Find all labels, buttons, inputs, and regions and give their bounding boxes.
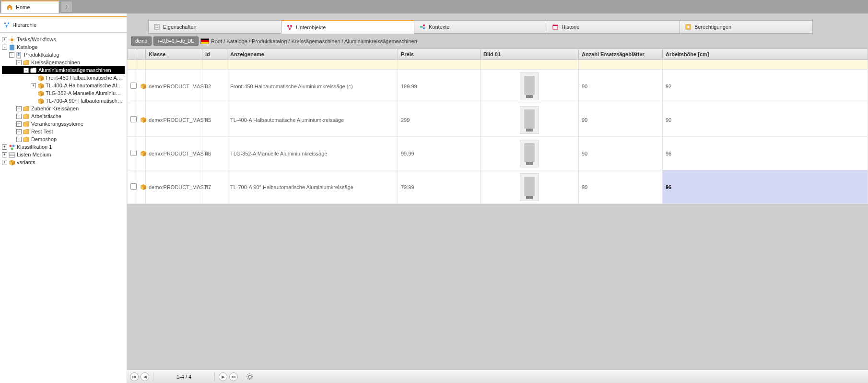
cell-id: 47 <box>202 170 227 204</box>
expand-icon[interactable]: + <box>2 37 7 42</box>
pager-prev-button[interactable]: ◀ <box>141 372 149 381</box>
row-checkbox[interactable] <box>130 183 137 190</box>
svg-rect-2 <box>6 26 7 27</box>
cell-arbeitshoehe[interactable]: 96 <box>663 137 868 170</box>
tree-node-label: variants <box>17 159 35 165</box>
tree-node[interactable]: +Klassifikation 1 <box>2 143 125 151</box>
cell-klasse: demo:PRODUCT_MAST... <box>146 70 202 103</box>
pager-next-button[interactable]: ▶ <box>219 372 227 381</box>
tree-node-label: Arbeitstische <box>31 113 61 119</box>
column-header[interactable]: Preis <box>398 49 481 60</box>
filter-cell[interactable] <box>481 60 579 70</box>
column-header[interactable]: Anzahl Ersatzsägeblätter <box>579 49 663 60</box>
filter-cell[interactable] <box>579 60 663 70</box>
expand-icon[interactable]: + <box>16 114 22 119</box>
checkbox-cell[interactable] <box>128 137 137 170</box>
pager-first-button[interactable]: ⏮ <box>130 372 139 381</box>
table-row[interactable]: demo:PRODUCT_MAST...45TL-400-A Halbautom… <box>128 103 868 137</box>
tab-add-button[interactable]: + <box>61 1 72 12</box>
tree-node[interactable]: +Rest Test <box>2 128 125 135</box>
collapse-icon[interactable]: - <box>16 60 22 65</box>
checkbox-cell[interactable] <box>128 170 137 204</box>
tree-node[interactable]: TL-700-A 90° Halbautomatische Al... <box>2 97 125 105</box>
row-checkbox[interactable] <box>130 150 137 156</box>
pager-last-button[interactable]: ⏭ <box>229 372 238 381</box>
filter-cell[interactable] <box>398 60 481 70</box>
tree-node[interactable]: -Produktkatalog <box>2 51 125 59</box>
expand-icon[interactable]: + <box>2 144 7 150</box>
cell-klasse: demo:PRODUCT_MAST... <box>146 103 202 137</box>
tab-berechtigungen[interactable]: Berechtigungen <box>680 20 813 34</box>
pill-locale[interactable]: r=0,b=0,l=de_DE <box>153 36 199 46</box>
filter-cell[interactable] <box>128 60 137 70</box>
tree[interactable]: +Tasks/Workflows-Kataloge-Produktkatalog… <box>0 33 127 383</box>
checkbox-cell[interactable] <box>128 103 137 137</box>
column-header[interactable] <box>137 49 146 60</box>
cell-id: 46 <box>202 137 227 170</box>
content-tabs: EigenschaftenUnterobjekteKontexteHistori… <box>127 13 868 34</box>
tree-node[interactable]: +Arbeitstische <box>2 112 125 120</box>
data-grid[interactable]: KlasseIdAnzeigenamePreisBild 01Anzahl Er… <box>127 48 868 204</box>
column-header[interactable]: Id <box>202 49 227 60</box>
expand-icon[interactable]: + <box>2 152 7 157</box>
tree-node[interactable]: TLG-352-A Manuelle Aluminiumkr... <box>2 89 125 97</box>
tree-node[interactable]: +Zubehör Kreissägen <box>2 105 125 112</box>
tree-node-label: Aluminiumkreissägemaschinen <box>38 67 111 73</box>
filter-cell[interactable] <box>137 60 146 70</box>
tab-home[interactable]: Home <box>1 0 59 13</box>
cell-arbeitshoehe[interactable]: 90 <box>663 103 868 137</box>
cell-preis: 299 <box>398 103 481 137</box>
column-header[interactable]: Klasse <box>146 49 202 60</box>
filter-cell[interactable] <box>146 60 202 70</box>
expand-icon[interactable]: + <box>31 83 36 88</box>
column-header[interactable]: Bild 01 <box>481 49 579 60</box>
tree-node[interactable]: +Listen Medium <box>2 151 125 158</box>
column-header[interactable] <box>128 49 137 60</box>
tab-unterobjekte[interactable]: Unterobjekte <box>281 20 414 34</box>
hierarchy-icon <box>4 22 10 28</box>
pill-demo[interactable]: demo <box>131 36 152 46</box>
column-header[interactable]: Arbeitshöhe [cm] <box>663 49 868 60</box>
tree-node[interactable]: +TL-400-A Halbautomatische Alumi... <box>2 82 125 89</box>
tree-node[interactable]: +Demoshop <box>2 135 125 143</box>
expand-icon[interactable]: + <box>2 160 7 165</box>
tree-node[interactable]: +Verankerungssysteme <box>2 120 125 128</box>
box-icon <box>37 98 44 104</box>
tree-node[interactable]: -Kreissägemaschinen <box>2 59 125 66</box>
tab-historie[interactable]: Historie <box>547 20 680 34</box>
tree-node[interactable]: +variants <box>2 158 125 166</box>
expand-icon[interactable]: + <box>16 106 22 111</box>
row-checkbox[interactable] <box>130 116 137 122</box>
expand-icon[interactable]: + <box>16 129 22 134</box>
product-image <box>520 72 539 100</box>
tab-eigenschaften[interactable]: Eigenschaften <box>148 20 282 34</box>
collapse-icon[interactable]: - <box>23 68 29 73</box>
table-row[interactable]: demo:PRODUCT_MAST...47TL-700-A 90° Halba… <box>128 170 868 204</box>
tree-node[interactable]: -Aluminiumkreissägemaschinen <box>2 66 125 74</box>
cell-arbeitshoehe[interactable]: 92 <box>663 70 868 103</box>
breadcrumb-path[interactable]: Root / Kataloge / Produktkatalog / Kreis… <box>211 38 417 44</box>
tree-node[interactable]: +Tasks/Workflows <box>2 36 125 43</box>
app-tabbar: Home + <box>0 0 868 13</box>
collapse-icon[interactable]: - <box>9 52 14 58</box>
row-checkbox[interactable] <box>130 83 137 89</box>
collapse-icon[interactable]: - <box>2 45 7 50</box>
tab-kontexte[interactable]: Kontexte <box>414 20 547 34</box>
expand-icon[interactable]: + <box>16 121 22 127</box>
folder-icon <box>23 60 30 65</box>
column-header[interactable]: Anzeigename <box>227 49 398 60</box>
db-icon <box>9 44 15 50</box>
filter-cell[interactable] <box>663 60 868 70</box>
gear-icon[interactable] <box>246 373 254 381</box>
filter-cell[interactable] <box>202 60 227 70</box>
filter-cell[interactable] <box>227 60 398 70</box>
cell-arbeitshoehe[interactable]: 96 <box>663 170 868 204</box>
expand-icon[interactable]: + <box>16 137 22 142</box>
table-row[interactable]: demo:PRODUCT_MAST...46TLG-352-A Manuelle… <box>128 137 868 170</box>
tree-node[interactable]: -Kataloge <box>2 43 125 51</box>
checkbox-cell[interactable] <box>128 70 137 103</box>
tree-node[interactable]: Front-450 Halbautomatische Alumi... <box>2 74 125 82</box>
table-row[interactable]: demo:PRODUCT_MAST...32Front-450 Halbauto… <box>128 70 868 103</box>
svg-point-26 <box>423 24 425 26</box>
doc-icon <box>16 52 23 58</box>
